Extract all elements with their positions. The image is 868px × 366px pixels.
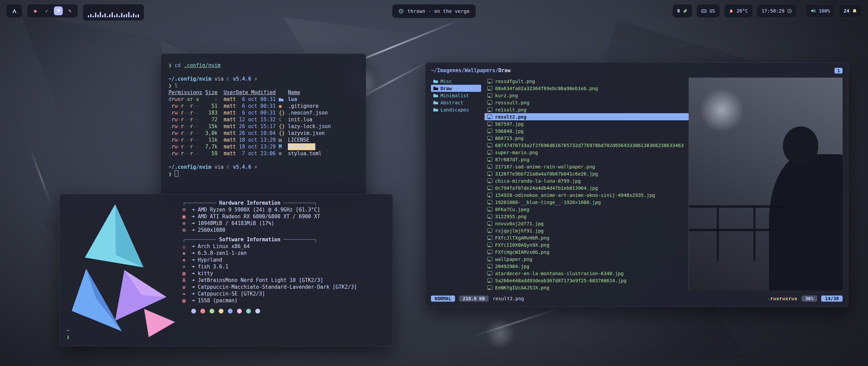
packages-icon: ▧	[182, 297, 189, 304]
file-list-item[interactable]: 8FKa7Cu.jpeg	[485, 206, 689, 213]
file-list-item[interactable]: 866715.png	[485, 135, 689, 142]
file-name: 68747470733a2f2f696d616765732d7769786d70…	[495, 143, 684, 148]
shell-icon: »	[182, 263, 189, 270]
file-permissions: -rwxrwxrwx	[767, 296, 797, 301]
clock-widget[interactable]: 17:50:29	[757, 4, 797, 18]
file-list-item[interactable]: nnvuv0xj2df71.jpg	[485, 220, 689, 227]
fetch-info-row: ◈ ➜6.5.8-zen1-1-zen	[182, 250, 386, 257]
permissions: .rw-r--r--	[169, 143, 202, 150]
file-manager-body: MiscDrawMinimalistAbstractLandscapes res…	[431, 78, 843, 290]
file-list-item[interactable]: 68747470733a2f2f696d616765732d7769786d70…	[485, 142, 689, 149]
file-list-item[interactable]: kurz.png	[485, 92, 689, 99]
launcher-button[interactable]	[6, 4, 22, 18]
size: 72	[202, 116, 217, 123]
image-file-icon	[487, 221, 492, 226]
file-list-item[interactable]: atardecer-en-la-montanas-ilustracion-634…	[485, 270, 689, 277]
file-manager-window[interactable]: ~/Imagenes/Wallpapers/Draw 1 MiscDrawMin…	[425, 62, 848, 307]
fetch-info-value: Catppuccin-SE [GTK2/3]	[198, 290, 265, 297]
tray-icon-flag[interactable]: ⚑	[54, 6, 63, 15]
file-name: 08a634fa02a32364f69ebc86a98eb1eb.png	[495, 86, 598, 91]
date-modified: 26 oct 15:17	[236, 123, 279, 130]
file-list-item[interactable]: wallpaper.png	[485, 256, 689, 263]
arrow-icon: ➜	[189, 227, 198, 233]
terminal-command-line: ❯ cd .config/nvim	[169, 62, 358, 69]
file-list-item[interactable]: 587597.jpg	[485, 120, 689, 127]
sidebar-dir-draw[interactable]: Draw	[431, 85, 481, 92]
audio-visualizer-widget[interactable]	[83, 4, 144, 21]
terminal-window[interactable]: ❯ cd .config/nvim ~/.config/nvim via ☾ v…	[161, 54, 366, 203]
tab-badge[interactable]: 1	[834, 68, 843, 74]
sidebar-dir-misc[interactable]: Misc	[431, 78, 481, 85]
gear-icon: ⚙	[279, 150, 288, 157]
visualizer-bar	[104, 13, 106, 17]
file-list-item[interactable]: super-mario.png	[485, 149, 689, 156]
launcher-icon	[12, 8, 17, 14]
volume-widget[interactable]: 100%	[806, 4, 835, 18]
sidebar-dir-abstract[interactable]: Abstract	[431, 99, 481, 106]
image-file-icon	[487, 136, 492, 140]
visualizer-bar	[93, 16, 94, 17]
image-file-icon	[487, 164, 492, 169]
arrow-icon: ➜	[189, 297, 198, 304]
file-list-item[interactable]: re1sult.png	[485, 106, 689, 113]
display-icon: ⊞	[182, 227, 189, 233]
file-name: 154928-odinokoe_anime-art-anime-okno-sin…	[495, 192, 655, 198]
file-list-item[interactable]: resssult.png	[485, 99, 689, 106]
fetch-terminal-window[interactable]: ┌────────── Hardware Information ───────…	[59, 194, 393, 346]
tray-icon-check[interactable]: ✓	[42, 6, 51, 15]
file-list-item[interactable]: rsjqojlmjhf91.jpg	[485, 227, 689, 234]
temperature-widget[interactable]: 26°C	[724, 4, 753, 18]
image-file-icon	[487, 243, 492, 247]
file-list-item[interactable]: 20492984.jpg	[485, 263, 689, 270]
file-name: EeNKYgIUcAAJ5JX.png	[495, 285, 549, 290]
keyboard-layout-widget[interactable]: US	[696, 4, 720, 18]
file-list-item[interactable]: FXfcHgcWIAMzs0G.png	[485, 248, 689, 256]
file-list-item[interactable]: ressdfgult.png	[485, 78, 689, 85]
palette-dot	[237, 309, 242, 313]
fetch-info-value: AMD ATI Radeon RX 6800/6800 XT / 6900 XT	[198, 213, 320, 220]
file-list-item[interactable]: EeNKYgIUcAAJ5JX.png	[485, 284, 689, 290]
preview-moon-glow	[700, 88, 744, 132]
file-name: 8FKa7Cu.jpeg	[495, 207, 529, 212]
sidebar-dir-landscapes[interactable]: Landscapes	[431, 106, 481, 113]
notifications-widget[interactable]: 24	[839, 4, 862, 18]
wm-icon: ❖	[182, 257, 189, 263]
arrow-icon: ➜	[189, 290, 198, 297]
bolt-icon: ⚡	[254, 164, 257, 170]
listing-row: .rw-r--r--72 matt 12 oct 15:32 ☾init.lua	[169, 116, 358, 123]
fetch-info-value: kitty	[198, 270, 213, 277]
file-list-item[interactable]: chica-mirando-la-luna-8799.jpg	[485, 177, 689, 184]
file-list-item[interactable]: 3126f7e9bbf21a8a4af0b67b041c6e26.jpg	[485, 170, 689, 177]
image-file-icon	[487, 157, 492, 162]
file-list-item[interactable]: 596848.jpg	[485, 127, 689, 135]
json-icon: {}	[279, 109, 288, 116]
file-list-item[interactable]: 19201080-__blue-tinge__-1920×1080.jpg	[485, 199, 689, 206]
sidebar-dir-minimalist[interactable]: Minimalist	[431, 92, 481, 99]
tray-icon-pencil[interactable]: ✎	[65, 6, 74, 15]
updates-widget[interactable]: 0	[672, 4, 692, 18]
user: matt	[220, 137, 236, 143]
tray-icon-record[interactable]: ◉	[31, 6, 40, 15]
theme-icon: ✿	[182, 284, 189, 290]
preview-figure-head	[783, 126, 818, 164]
file-list-item[interactable]: 87r687df.png	[485, 156, 689, 163]
file-icon: ▤	[279, 137, 288, 143]
file-list-item[interactable]: 0c794faf07de24a4db4d4fb1eb813964.jpg	[485, 184, 689, 191]
media-player-widget[interactable]: thrown - on the verge	[392, 4, 476, 18]
palette-dot	[228, 309, 233, 313]
software-rows: △ ➜Arch Linux x86_64◈ ➜6.5.8-zen1-1-zen❖…	[182, 243, 386, 304]
file-list-item[interactable]: result2.png	[485, 113, 689, 120]
file-list-item[interactable]: FXfcII0X0AQyn9X.png	[485, 241, 689, 248]
file-list-item[interactable]: 3122955.png	[485, 213, 689, 220]
file-list-item[interactable]: 08a634fa02a32364f69ebc86a98eb1eb.png	[485, 85, 689, 92]
visualizer-bar	[128, 12, 130, 17]
file-list-item[interactable]: 154928-odinokoe_anime-art-anime-okno-sin…	[485, 191, 689, 199]
file-list-item[interactable]: 217167-sad-anime-rain-wallpaper.png	[485, 163, 689, 170]
permissions: .rw-r--r--	[169, 130, 202, 137]
size: 15k	[202, 123, 217, 130]
file-list-item[interactable]: 5a266e448add93deab367d87173e9f25-6837886…	[485, 277, 689, 284]
file-name: 0c794faf07de24a4db4d4fb1eb813964.jpg	[495, 185, 598, 191]
folder-icon	[433, 79, 438, 83]
file-list-item[interactable]: FXfcJlTXgAMvH6R.png	[485, 234, 689, 241]
file-name: FXfcHgcWIAMzs0G.png	[495, 249, 549, 255]
